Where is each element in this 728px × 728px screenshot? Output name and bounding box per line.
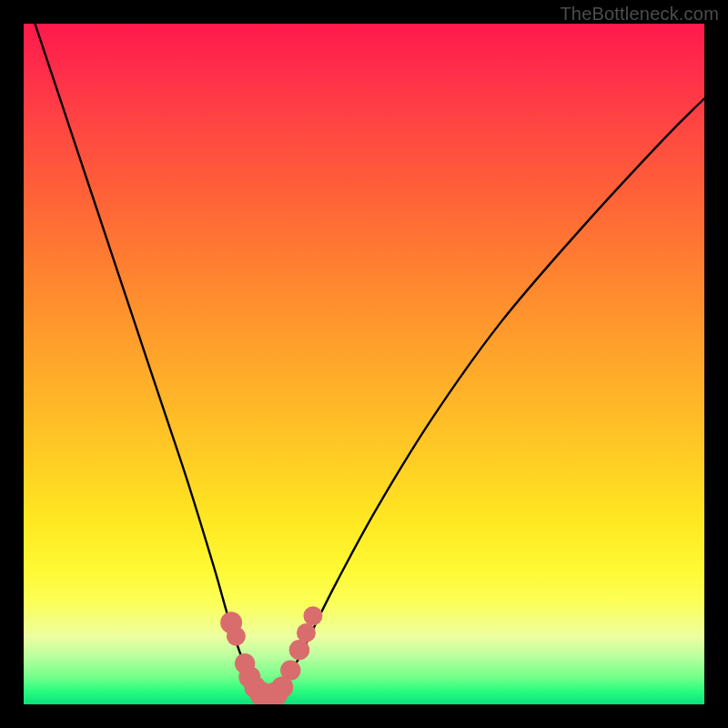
curve-markers (220, 606, 322, 704)
curve-marker (249, 682, 274, 704)
curve-marker (235, 653, 255, 673)
chart-frame: TheBottleneck.com (0, 0, 728, 728)
curve-marker (280, 660, 300, 680)
curve-marker (263, 682, 288, 704)
curve-marker (289, 640, 309, 660)
watermark-text: TheBottleneck.com (560, 4, 719, 25)
curve-marker (303, 606, 322, 625)
chart-svg (24, 24, 704, 704)
curve-marker (257, 685, 281, 704)
chart-plot-area (24, 24, 704, 704)
curve-marker (238, 666, 260, 688)
curve-marker (244, 676, 266, 698)
bottleneck-curve (24, 24, 704, 698)
curve-marker (271, 676, 293, 698)
curve-marker (220, 612, 242, 633)
curve-marker (297, 623, 316, 642)
curve-marker (227, 627, 246, 646)
